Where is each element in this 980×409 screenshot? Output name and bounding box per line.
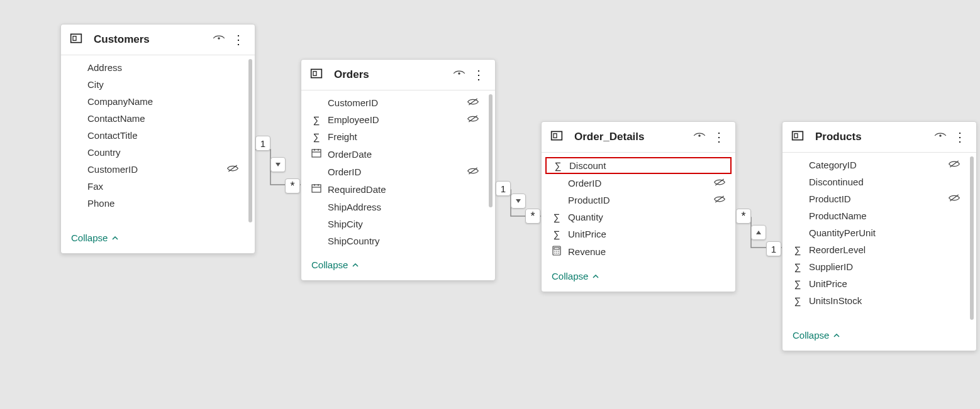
field-customerid[interactable]: CustomerID bbox=[61, 161, 248, 178]
scrollbar[interactable] bbox=[970, 156, 974, 320]
field-freight[interactable]: ∑Freight bbox=[301, 128, 489, 145]
field-employeeid[interactable]: ∑EmployeeID bbox=[301, 111, 489, 128]
kebab-menu-icon[interactable]: ⋮ bbox=[954, 129, 966, 145]
svg-point-26 bbox=[556, 251, 557, 252]
field-contactname[interactable]: ContactName bbox=[61, 110, 248, 127]
field-productid[interactable]: ProductID bbox=[782, 190, 970, 207]
table-icon bbox=[550, 130, 563, 144]
collapse-button[interactable]: Collapse bbox=[542, 264, 735, 284]
svg-marker-37 bbox=[516, 199, 521, 203]
date-icon bbox=[310, 148, 323, 160]
field-reorderlevel[interactable]: ∑ReorderLevel bbox=[782, 241, 970, 258]
collapse-button[interactable]: Collapse bbox=[782, 324, 976, 343]
sum-icon: ∑ bbox=[310, 114, 323, 125]
svg-point-25 bbox=[554, 251, 555, 252]
table-customers[interactable]: Customers ⋮ Address City CompanyName Con… bbox=[60, 24, 255, 254]
svg-point-2 bbox=[218, 37, 220, 40]
sum-icon: ∑ bbox=[552, 160, 564, 171]
field-unitsinstock[interactable]: ∑UnitsInStock bbox=[782, 292, 970, 309]
hidden-icon bbox=[466, 97, 480, 108]
sum-icon: ∑ bbox=[791, 244, 804, 255]
table-icon bbox=[310, 68, 323, 82]
field-unitprice[interactable]: ∑UnitPrice bbox=[782, 275, 970, 292]
svg-rect-19 bbox=[554, 134, 557, 138]
collapse-button[interactable]: Collapse bbox=[301, 253, 495, 273]
hidden-icon bbox=[466, 166, 480, 177]
svg-point-28 bbox=[554, 253, 555, 254]
field-orderid[interactable]: OrderID bbox=[542, 175, 735, 192]
svg-point-29 bbox=[556, 253, 557, 254]
field-unitprice[interactable]: ∑UnitPrice bbox=[542, 226, 735, 243]
field-companyname[interactable]: CompanyName bbox=[61, 93, 248, 110]
collapse-button[interactable]: Collapse bbox=[61, 226, 255, 246]
visibility-icon[interactable] bbox=[693, 131, 706, 143]
filter-direction-down-icon bbox=[511, 194, 526, 209]
svg-point-30 bbox=[558, 253, 559, 254]
visibility-icon[interactable] bbox=[933, 131, 947, 143]
field-orderid[interactable]: OrderID bbox=[301, 163, 489, 180]
sum-icon: ∑ bbox=[550, 212, 563, 222]
cardinality-one: 1 bbox=[766, 241, 781, 256]
field-city[interactable]: City bbox=[61, 76, 248, 93]
hidden-icon bbox=[713, 195, 727, 205]
field-productname[interactable]: ProductName bbox=[782, 207, 970, 224]
field-shipcity[interactable]: ShipCity bbox=[301, 215, 489, 232]
svg-rect-5 bbox=[313, 72, 316, 76]
sum-icon: ∑ bbox=[310, 131, 323, 142]
table-icon bbox=[791, 130, 804, 144]
svg-point-6 bbox=[458, 72, 460, 75]
field-categoryid[interactable]: CategoryID bbox=[782, 156, 970, 173]
visibility-icon[interactable] bbox=[212, 34, 226, 45]
svg-rect-1 bbox=[73, 36, 76, 41]
hidden-icon bbox=[947, 194, 961, 204]
field-quantityperunit[interactable]: QuantityPerUnit bbox=[782, 224, 970, 241]
svg-point-20 bbox=[698, 134, 701, 137]
filter-direction-up-icon bbox=[751, 225, 766, 240]
cardinality-many: * bbox=[736, 209, 751, 224]
sum-icon: ∑ bbox=[791, 261, 804, 272]
hidden-icon bbox=[713, 178, 727, 188]
sum-icon: ∑ bbox=[791, 278, 804, 289]
kebab-menu-icon[interactable]: ⋮ bbox=[713, 129, 725, 145]
table-order-details[interactable]: Order_Details ⋮ ∑Discount OrderID Produc… bbox=[541, 121, 736, 292]
cardinality-one: 1 bbox=[255, 136, 270, 151]
field-discontinued[interactable]: Discontinued bbox=[782, 173, 970, 190]
cardinality-one: 1 bbox=[496, 181, 511, 196]
hidden-icon bbox=[466, 114, 480, 125]
sum-icon: ∑ bbox=[791, 295, 804, 306]
field-fax[interactable]: Fax bbox=[61, 178, 248, 195]
table-title: Products bbox=[815, 131, 933, 143]
table-products[interactable]: Products ⋮ CategoryID Discontinued Produ… bbox=[782, 121, 977, 351]
field-phone[interactable]: Phone bbox=[61, 195, 248, 212]
field-revenue[interactable]: Revenue bbox=[542, 243, 735, 261]
scrollbar[interactable] bbox=[489, 94, 493, 249]
svg-rect-14 bbox=[312, 185, 321, 192]
svg-rect-32 bbox=[794, 134, 798, 138]
scrollbar[interactable] bbox=[248, 59, 252, 222]
field-shipaddress[interactable]: ShipAddress bbox=[301, 199, 489, 215]
visibility-icon[interactable] bbox=[452, 69, 466, 80]
svg-point-33 bbox=[939, 134, 942, 137]
table-title: Customers bbox=[94, 33, 212, 46]
field-country[interactable]: Country bbox=[61, 144, 248, 161]
svg-point-27 bbox=[558, 251, 559, 252]
field-quantity[interactable]: ∑Quantity bbox=[542, 209, 735, 226]
svg-rect-9 bbox=[312, 150, 321, 157]
table-title: Order_Details bbox=[574, 131, 693, 143]
field-discount[interactable]: ∑Discount bbox=[545, 157, 732, 174]
field-requireddate[interactable]: RequiredDate bbox=[301, 180, 489, 199]
kebab-menu-icon[interactable]: ⋮ bbox=[472, 67, 485, 82]
hidden-icon bbox=[226, 164, 240, 175]
field-productid[interactable]: ProductID bbox=[542, 192, 735, 209]
field-shipcountry[interactable]: ShipCountry bbox=[301, 232, 489, 249]
field-address[interactable]: Address bbox=[61, 59, 248, 76]
table-orders[interactable]: Orders ⋮ CustomerID ∑EmployeeID ∑Freight… bbox=[301, 59, 496, 281]
field-supplierid[interactable]: ∑SupplierID bbox=[782, 258, 970, 275]
cardinality-many: * bbox=[285, 178, 300, 194]
field-orderdate[interactable]: OrderDate bbox=[301, 145, 489, 163]
table-icon bbox=[70, 33, 82, 46]
table-title: Orders bbox=[334, 68, 452, 81]
kebab-menu-icon[interactable]: ⋮ bbox=[232, 32, 245, 47]
field-customerid[interactable]: CustomerID bbox=[301, 94, 489, 111]
field-contacttitle[interactable]: ContactTitle bbox=[61, 127, 248, 144]
